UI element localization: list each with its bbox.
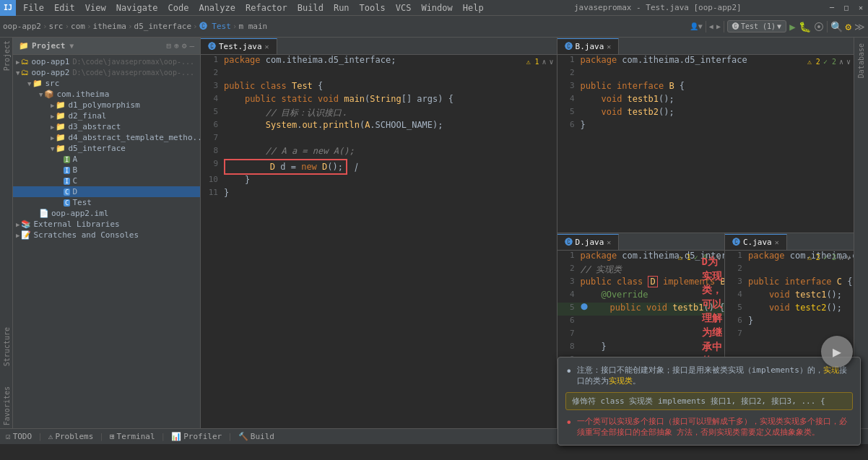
minimize-button[interactable]: ─ [825,0,839,16]
code-line-10: 10 } [201,175,557,188]
nav-up[interactable]: ∧ [542,58,546,66]
menu-run[interactable]: Run [329,1,354,14]
more-button[interactable]: ≫ [854,21,865,32]
tree-class-a[interactable]: I A [13,154,200,165]
menu-edit[interactable]: Edit [50,1,79,14]
bc-src[interactable]: src [49,22,64,31]
menu-tools[interactable]: Tools [355,1,390,14]
menu-refactor[interactable]: Refactor [241,1,292,14]
tree-class-c[interactable]: I C [13,175,200,186]
forward-icon[interactable]: ▶ [716,22,721,30]
bc-test[interactable]: 🅒 Test [199,22,231,31]
run-config-button[interactable]: 🅒 Test (1) ▼ [727,20,786,32]
tree-src[interactable]: ▼ 📁 src [13,78,200,89]
tree-class-d[interactable]: C D [13,186,200,197]
bc-sep2: › [64,22,69,31]
tab-b-java[interactable]: 🅒 B.java ✕ [557,38,620,54]
menu-vcs[interactable]: VCS [391,1,416,14]
run-button[interactable]: ▶ [789,21,795,32]
back-icon[interactable]: ◀ [709,22,713,30]
locate-icon[interactable]: ⊕ [174,41,179,51]
nav-down[interactable]: ∨ [846,58,851,66]
terminal-item[interactable]: ⊞ Terminal [110,432,155,441]
bc-oop-app2[interactable]: oop-app2 [3,22,41,31]
close-button[interactable]: ✕ [854,0,868,16]
b-java-code[interactable]: ⚠ 2 ✓ 2 ∧ ∨ 1package com.itheima.d5_inte… [557,55,854,233]
d-tabs[interactable]: 🅒 D.java ✕ [557,233,724,251]
profiler-item[interactable]: 📊 Profiler [171,432,222,441]
tab-d-java[interactable]: 🅒 D.java ✕ [557,234,620,250]
settings-button[interactable]: ⚙ [846,21,851,32]
window-controls[interactable]: ─ □ ✕ [825,0,868,16]
tab-close[interactable]: ✕ [607,238,611,246]
tree-d2[interactable]: ▶ 📁 d2_final [13,110,200,121]
menu-code[interactable]: Code [164,1,194,14]
folder-icon: 📁 [32,79,43,88]
favorites-label[interactable]: Favorites [0,383,12,428]
tree-scratches[interactable]: ▶ 📝 Scratches and Consoles [13,230,200,240]
menu-items[interactable]: File Edit View Navigate Code Analyze Ref… [16,1,491,14]
tree-iml[interactable]: 📄 oop-app2.iml [13,208,200,219]
nav-up[interactable]: ∧ [710,253,714,261]
menu-window[interactable]: Window [417,1,456,14]
c-tabs[interactable]: 🅒 C.java ✕ [725,233,854,251]
nav-up[interactable]: ∧ [839,253,843,261]
breadcrumb[interactable]: oop-app2 › src › com › itheima › d5_inte… [3,22,687,31]
debug-button[interactable]: 🐛 [799,21,811,32]
tab-c-java[interactable]: 🅒 C.java ✕ [725,234,787,250]
coverage-button[interactable]: ⦿ [814,21,824,32]
tree-d3[interactable]: ▶ 📁 d3_abstract [13,121,200,132]
b-line-5: 5 void testb2(); [557,107,854,120]
tree-ext-libs[interactable]: ▶ 📚 External Libraries [13,219,200,230]
panel-actions[interactable]: ⊟ ⊕ ⚙ — [167,41,195,51]
database-label[interactable]: Database [856,40,867,81]
structure-label[interactable]: Structure [0,324,12,369]
tree-com-itheima[interactable]: ▼ 📦 com.itheima [13,89,200,100]
tab-test-java[interactable]: 🅒 Test.java ✕ [201,38,277,54]
problems-item[interactable]: ⚠ Problems [48,432,94,441]
left-editor-tabs[interactable]: 🅒 Test.java ✕ [201,38,557,55]
todo-item[interactable]: ☑ TODO [6,432,32,441]
search-button[interactable]: 🔍 [830,21,843,32]
d-line-2: 2// 实现类 [557,264,724,277]
menu-build[interactable]: Build [293,1,328,14]
tab-close[interactable]: ✕ [265,43,269,51]
tree-d4[interactable]: ▶ 📁 d4_abstract_template_metho... [13,132,200,143]
toolbar-actions[interactable]: 👤▼ ◀ ▶ 🅒 Test (1) ▼ ▶ 🐛 ⦿ 🔍 ⚙ ≫ [690,20,865,32]
panel-dropdown[interactable]: ▼ [69,42,74,50]
tab-close[interactable]: ✕ [607,43,611,51]
nav-down[interactable]: ∨ [846,253,851,261]
menu-view[interactable]: View [81,1,110,14]
project-label[interactable]: Project [0,38,12,74]
bc-main[interactable]: m main [238,22,267,31]
code-line-4: 4 public static void main(String[] args)… [201,94,557,107]
top-right-tabs[interactable]: 🅒 B.java ✕ [557,38,854,55]
tree-class-b[interactable]: I B [13,165,200,175]
tab-close[interactable]: ✕ [775,238,779,246]
play-button[interactable]: ▶ [821,336,853,368]
test-java-code[interactable]: ⚠ 1 ∧ ∨ 1package com.itheima.d5_interfac… [201,55,557,428]
editor-warnings-c: ⚠ 2 ✓ 2 ∧ ∨ [807,253,851,261]
tree-d1[interactable]: ▶ 📁 d1_polymorphism [13,100,200,110]
left-editor-pane: 🅒 Test.java ✕ ⚠ 1 ∧ ∨ 1package com.ithei… [201,38,557,428]
nav-up[interactable]: ∧ [839,58,843,66]
menu-navigate[interactable]: Navigate [112,1,162,14]
bc-d5[interactable]: d5_interface [134,22,191,31]
nav-down[interactable]: ∨ [550,58,554,66]
bc-com[interactable]: com [71,22,85,31]
cursor: | [353,162,358,172]
menu-file[interactable]: File [19,1,48,14]
tree-oop-app1[interactable]: ▶ 🗂 oop-app1 D:\code\javasepromax\oop-..… [13,56,200,67]
tree-class-test[interactable]: C Test [13,197,200,208]
minimize-panel-icon[interactable]: — [189,41,194,51]
collapse-all-icon[interactable]: ⊟ [167,41,172,51]
gear-icon[interactable]: ⚙ [182,41,187,51]
tree-oop-app2[interactable]: ▼ 🗂 oop-app2 D:\code\javasepromax\oop-..… [13,67,200,78]
tree-d5[interactable]: ▼ 📁 d5_interface [13,143,200,154]
menu-analyze[interactable]: Analyze [194,1,240,14]
maximize-button[interactable]: □ [839,0,854,16]
build-item[interactable]: 🔨 Build [238,432,274,441]
nav-down[interactable]: ∨ [717,253,721,261]
bc-itheima[interactable]: itheima [93,22,126,31]
menu-help[interactable]: Help [459,1,488,14]
